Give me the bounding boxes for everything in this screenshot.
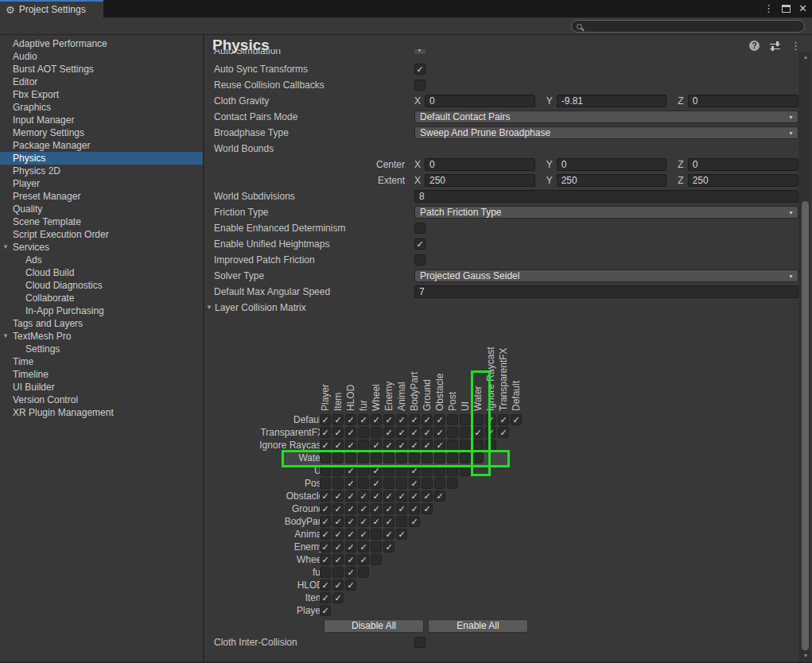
matrix-cell-post-ground[interactable]	[422, 478, 433, 489]
matrix-cell-bodypart-hlod[interactable]: ✓	[345, 516, 356, 527]
cloth-inter-collision-checkbox[interactable]	[414, 637, 425, 648]
matrix-cell-water-wheel[interactable]	[371, 452, 382, 463]
extent-z-field[interactable]: 250	[688, 174, 798, 187]
sidebar-item-collaborate[interactable]: Collaborate	[0, 292, 203, 304]
matrix-cell-animal-fur[interactable]: ✓	[358, 529, 369, 540]
matrix-cell-default-obstacle[interactable]: ✓	[434, 414, 445, 425]
matrix-cell-ignore-raycast-item[interactable]: ✓	[332, 440, 344, 451]
matrix-cell-wheel-hlod[interactable]: ✓	[345, 554, 356, 565]
matrix-cell-obstacle-hlod[interactable]: ✓	[345, 490, 356, 502]
center-x-field[interactable]: 0	[425, 158, 535, 171]
matrix-cell-water-post[interactable]	[447, 452, 458, 463]
sidebar-item-services[interactable]: ▼Services	[0, 241, 203, 254]
matrix-cell-ground-fur[interactable]: ✓	[358, 503, 369, 514]
matrix-cell-default-bodypart[interactable]: ✓	[409, 414, 420, 425]
matrix-cell-enemy-wheel[interactable]	[371, 541, 382, 552]
sidebar-item-tags-and-layers[interactable]: Tags and Layers	[0, 317, 203, 330]
matrix-cell-ui-player[interactable]	[320, 465, 331, 476]
matrix-cell-default-enemy[interactable]: ✓	[383, 414, 394, 425]
matrix-cell-default-transparentfx[interactable]: ✓	[498, 414, 509, 425]
sidebar-item-ads[interactable]: Ads	[0, 254, 203, 266]
sidebar-item-ui-builder[interactable]: UI Builder	[0, 381, 203, 394]
matrix-cell-transparentfx-ground[interactable]: ✓	[422, 427, 433, 438]
cloth-gravity-z-field[interactable]: 0	[688, 95, 798, 107]
matrix-cell-obstacle-obstacle[interactable]: ✓	[434, 490, 445, 502]
sidebar-item-memory-settings[interactable]: Memory Settings	[0, 126, 203, 139]
foldout-expanded-icon[interactable]: ▼	[2, 333, 9, 339]
matrix-cell-bodypart-player[interactable]: ✓	[320, 516, 331, 527]
sidebar-item-xr-plugin-management[interactable]: XR Plugin Management	[0, 406, 203, 419]
matrix-cell-enemy-hlod[interactable]: ✓	[345, 541, 356, 552]
matrix-cell-water-enemy[interactable]	[383, 452, 394, 463]
sidebar-item-quality[interactable]: Quality	[0, 203, 203, 215]
matrix-cell-post-fur[interactable]	[358, 478, 369, 489]
sidebar-item-script-execution-order[interactable]: Script Execution Order	[0, 228, 203, 241]
matrix-cell-ui-fur[interactable]	[358, 465, 369, 476]
matrix-cell-ignore-raycast-enemy[interactable]: ✓	[383, 440, 394, 451]
sidebar-item-package-manager[interactable]: Package Manager	[0, 139, 203, 152]
matrix-cell-water-ground[interactable]	[422, 452, 433, 463]
matrix-cell-animal-hlod[interactable]: ✓	[345, 529, 356, 540]
matrix-cell-obstacle-enemy[interactable]: ✓	[383, 490, 394, 502]
matrix-cell-bodypart-fur[interactable]: ✓	[358, 516, 369, 527]
window-menu-icon[interactable]: ⋮	[763, 2, 774, 15]
sidebar-item-preset-manager[interactable]: Preset Manager	[0, 190, 203, 203]
sidebar-item-adaptive-performance[interactable]: Adaptive Performance	[0, 37, 203, 50]
matrix-cell-animal-enemy[interactable]: ✓	[383, 529, 394, 540]
matrix-cell-post-enemy[interactable]	[383, 478, 394, 489]
matrix-cell-transparentfx-bodypart[interactable]: ✓	[409, 427, 420, 438]
matrix-cell-ignore-raycast-wheel[interactable]: ✓	[371, 440, 382, 451]
matrix-cell-obstacle-ground[interactable]: ✓	[422, 490, 433, 502]
matrix-cell-water-hlod[interactable]	[345, 452, 356, 463]
matrix-cell-water-animal[interactable]	[396, 452, 407, 463]
reuse-collision-callbacks-checkbox[interactable]	[414, 79, 425, 91]
matrix-cell-ground-enemy[interactable]: ✓	[383, 503, 394, 514]
matrix-cell-ignore-raycast-fur[interactable]	[358, 440, 369, 451]
matrix-cell-hlod-hlod[interactable]: ✓	[345, 580, 356, 591]
sidebar-item-version-control[interactable]: Version Control	[0, 394, 203, 406]
sidebar-item-input-manager[interactable]: Input Manager	[0, 114, 203, 126]
sidebar-item-player[interactable]: Player	[0, 177, 203, 190]
matrix-cell-transparentfx-ignore-raycast[interactable]: ✓	[485, 427, 496, 438]
matrix-cell-post-animal[interactable]	[396, 478, 407, 489]
foldout-expanded-icon[interactable]: ▼	[2, 244, 9, 250]
matrix-cell-default-default[interactable]: ✓	[511, 414, 522, 425]
matrix-cell-ignore-raycast-player[interactable]: ✓	[320, 440, 331, 451]
sidebar-item-timeline[interactable]: Timeline	[0, 368, 203, 381]
matrix-cell-ignore-raycast-bodypart[interactable]: ✓	[409, 440, 420, 451]
matrix-cell-enemy-enemy[interactable]: ✓	[383, 541, 394, 552]
search-input[interactable]	[571, 20, 805, 33]
matrix-cell-animal-wheel[interactable]	[371, 529, 382, 540]
matrix-cell-obstacle-fur[interactable]: ✓	[358, 490, 369, 502]
matrix-cell-ignore-raycast-post[interactable]	[447, 440, 458, 451]
friction-type-dropdown[interactable]: Patch Friction Type▼	[414, 206, 798, 219]
matrix-cell-default-ignore-raycast[interactable]: ✓	[485, 414, 496, 425]
scrollbar-thumb[interactable]	[802, 201, 809, 650]
matrix-cell-water-obstacle[interactable]	[434, 452, 445, 463]
extent-x-field[interactable]: 250	[425, 174, 535, 187]
matrix-cell-transparentfx-transparentfx[interactable]: ✓	[498, 427, 509, 438]
matrix-cell-post-player[interactable]	[320, 478, 331, 489]
matrix-cell-post-bodypart[interactable]: ✓	[409, 478, 420, 489]
matrix-cell-transparentfx-water[interactable]: ✓	[472, 427, 484, 438]
sidebar-item-cloud-build[interactable]: Cloud Build	[0, 266, 203, 279]
matrix-cell-animal-player[interactable]: ✓	[320, 529, 331, 540]
matrix-cell-player-player[interactable]: ✓	[320, 605, 331, 616]
enable-enhanced-determinism-checkbox[interactable]	[414, 223, 425, 234]
matrix-cell-water-player[interactable]	[320, 452, 331, 463]
matrix-cell-enemy-fur[interactable]: ✓	[358, 541, 369, 552]
sidebar-item-textmesh-pro[interactable]: ▼TextMesh Pro	[0, 330, 203, 343]
matrix-cell-transparentfx-player[interactable]: ✓	[320, 427, 331, 438]
matrix-cell-ignore-raycast-water[interactable]	[472, 440, 484, 451]
matrix-cell-bodypart-wheel[interactable]: ✓	[371, 516, 382, 527]
matrix-cell-enemy-player[interactable]: ✓	[320, 541, 331, 552]
matrix-cell-default-player[interactable]: ✓	[320, 414, 331, 425]
world-subdivisions-field[interactable]: 8	[414, 190, 798, 203]
enable-unified-heightmaps-checkbox[interactable]: ✓	[414, 238, 425, 250]
matrix-cell-post-hlod[interactable]: ✓	[345, 478, 356, 489]
matrix-cell-water-fur[interactable]	[358, 452, 369, 463]
matrix-cell-animal-item[interactable]: ✓	[332, 529, 344, 540]
matrix-cell-default-item[interactable]: ✓	[332, 414, 344, 425]
matrix-cell-post-wheel[interactable]: ✓	[371, 478, 382, 489]
matrix-cell-ground-ground[interactable]: ✓	[422, 503, 433, 514]
